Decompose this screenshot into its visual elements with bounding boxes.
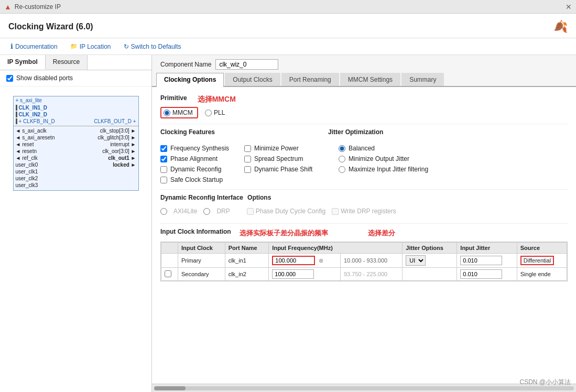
port-user-clk3: user_clk3 [16, 182, 38, 188]
port-ref-clk: ◄ ref_clk [16, 155, 38, 161]
phase-duty-cycle-checkbox[interactable] [247, 208, 254, 215]
port-interrupt: interrupt ► [110, 141, 136, 147]
write-drp-checkbox[interactable] [332, 208, 339, 215]
row1-jitter-select[interactable]: UI ps [406, 255, 426, 266]
ip-diagram: + s_axi_lite CLK_IN1_D CLK_IN2_D + CLKFB… [0, 86, 151, 392]
info-icon: ℹ [10, 42, 13, 50]
jitter-maximize-input-label: Maximize Input Jitter filtering [349, 166, 428, 173]
row1-freq-range: 10.000 - 933.000 [341, 254, 403, 268]
mmcm-annotation: 选择MMCM [198, 95, 236, 104]
port-clk-out1: clk_out1 ► [108, 155, 136, 161]
port-s-axi-aresetn: ◄ s_axi_aresetn [16, 135, 55, 140]
show-ports-row: Show disabled ports [0, 70, 151, 86]
safe-clock-startup-checkbox[interactable] [160, 177, 167, 183]
left-panel: IP Symbol Resource Show disabled ports +… [0, 55, 152, 392]
clear-freq-icon[interactable]: ⊗ [319, 257, 323, 264]
jitter-minimize-output-radio[interactable] [339, 156, 345, 162]
content-area: IP Symbol Resource Show disabled ports +… [0, 55, 576, 392]
table-row-primary: Primary clk_in1 ⊗ 10.000 - 933.000 [161, 254, 567, 268]
jitter-maximize-input-radio[interactable] [339, 166, 345, 173]
table-row-secondary: Secondary clk_in2 93.750 - 225.000 [161, 268, 567, 281]
feature-freq-synthesis: Frequency Synthesis [160, 143, 234, 154]
component-name-label: Component Name [160, 61, 211, 68]
row1-input-jitter [457, 254, 517, 268]
row1-jitter-input[interactable] [460, 256, 502, 265]
phase-duty-cycle-label: Phase Duty Cycle Config [256, 208, 325, 215]
clocking-options-content: Primitive 选择MMCM MMCM PLL [152, 87, 576, 384]
row1-input-clock: Primary [178, 254, 225, 268]
primary-freq-input[interactable] [275, 257, 312, 264]
ip-location-button[interactable]: 📁 IP Location [68, 42, 113, 51]
axi4lite-label: AXI4Lite [173, 208, 197, 215]
input-clock-table-wrapper: Input Clock Port Name Input Frequency(MH… [160, 242, 568, 281]
port-s-axi-lite: + s_axi_lite [16, 97, 42, 103]
jitter-minimize-output-label: Minimize Output Jitter [349, 155, 409, 162]
mmcm-radio[interactable] [164, 110, 170, 116]
features-grid: Frequency Synthesis Minimize Power Phase… [160, 143, 318, 185]
pll-label: PLL [214, 109, 225, 116]
tab-output-clocks[interactable]: Output Clocks [225, 73, 280, 86]
dynamic-reconfig-checkbox[interactable] [160, 166, 167, 173]
jitter-balanced: Balanced [339, 143, 568, 154]
row1-checkbox-cell [161, 254, 178, 268]
tab-ip-symbol[interactable]: IP Symbol [0, 55, 46, 70]
port-user-clk2: user_clk2 [16, 176, 38, 181]
dynamic-phase-shift-checkbox[interactable] [244, 166, 251, 173]
dynamic-reconfig-interface-label: Dynamic Reconfig Interface [160, 194, 243, 201]
diff-annotation: 选择差分 [368, 228, 395, 238]
header: Clocking Wizard (6.0) 🍂 [0, 14, 576, 38]
port-user-clk0: user_clk0 [16, 162, 38, 168]
axi4lite-radio[interactable] [160, 208, 167, 215]
minimize-power-checkbox[interactable] [244, 145, 251, 152]
dynamic-reconfig-options-label: Options [247, 194, 271, 201]
port-clk-oor: clk_oor[3:0] ► [102, 148, 136, 154]
phase-alignment-label: Phase Alignment [170, 155, 218, 162]
left-panel-tabs: IP Symbol Resource [0, 55, 151, 70]
pll-option: PLL [205, 109, 225, 116]
feature-minimize-power: Minimize Power [244, 143, 318, 154]
dynamic-reconfig-row: AXI4Lite DRP Phase Duty Cycle Config Wri… [160, 203, 568, 219]
input-clock-info-label: Input Clock Information [160, 228, 231, 235]
app-name: Re-customize IP [15, 3, 61, 10]
row2-source: Single ende [517, 268, 567, 281]
th-input-clock: Input Clock [178, 243, 225, 254]
phase-duty-cycle-option: Phase Duty Cycle Config [247, 208, 325, 215]
component-name-input[interactable] [215, 59, 278, 70]
close-button[interactable]: ✕ [566, 3, 572, 11]
tab-resource[interactable]: Resource [46, 55, 88, 70]
feature-dynamic-phase-shift: Dynamic Phase Shift [244, 164, 318, 175]
source-highlight-box: Differential [520, 256, 554, 265]
freq-synthesis-checkbox[interactable] [160, 145, 167, 152]
right-panel: Component Name Clocking Options Output C… [152, 55, 576, 392]
row1-port-name: clk_in1 [225, 254, 269, 268]
switch-defaults-button[interactable]: ↻ Switch to Defaults [122, 42, 183, 51]
features-jitter-header: Clocking Features Jitter Optimization [160, 128, 568, 139]
pll-radio[interactable] [205, 110, 212, 116]
tab-clocking-options[interactable]: Clocking Options [156, 73, 224, 87]
spread-spectrum-checkbox[interactable] [244, 156, 251, 162]
jitter-balanced-radio[interactable] [339, 145, 345, 152]
drp-radio[interactable] [203, 208, 210, 215]
row2-enable-checkbox[interactable] [165, 270, 171, 277]
th-input-freq: Input Frequency(MHz) [269, 243, 403, 254]
primitive-radio-group: MMCM PLL [160, 107, 568, 118]
tab-port-renaming[interactable]: Port Renaming [281, 73, 339, 86]
dynamic-reconfig-label: Dynamic Reconfig [170, 166, 221, 173]
bottom-scrollbar[interactable] [152, 384, 576, 392]
th-input-jitter: Input Jitter [457, 243, 517, 254]
port-user-clk1: user_clk1 [16, 169, 38, 175]
show-disabled-ports-checkbox[interactable] [6, 75, 13, 82]
tab-mmcm-settings[interactable]: MMCM Settings [340, 73, 400, 86]
documentation-button[interactable]: ℹ Documentation [8, 41, 60, 51]
phase-alignment-checkbox[interactable] [160, 156, 167, 162]
port-clk-in2-d: CLK_IN2_D [16, 112, 47, 117]
th-source: Source [517, 243, 567, 254]
secondary-freq-input[interactable] [272, 269, 314, 279]
port-reset: ◄ reset [16, 141, 34, 147]
tab-summary[interactable]: Summary [401, 73, 444, 86]
jitter-maximize-input: Maximize Input Jitter filtering [339, 164, 568, 175]
toolbar: ℹ Documentation 📁 IP Location ↻ Switch t… [0, 38, 576, 55]
ip-symbol-block: + s_axi_lite CLK_IN1_D CLK_IN2_D + CLKFB… [13, 96, 139, 191]
row2-jitter-input[interactable] [460, 269, 502, 279]
refresh-icon: ↻ [124, 43, 129, 50]
